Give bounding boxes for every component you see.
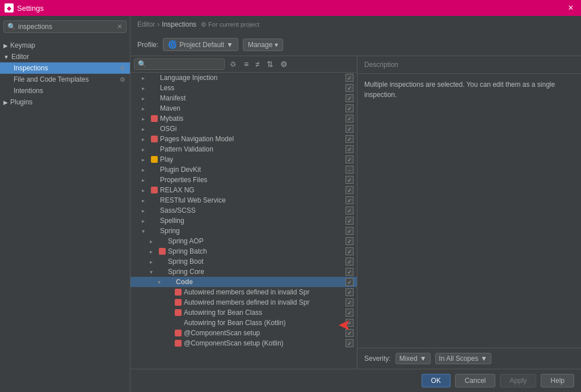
toolbar-search-input[interactable] bbox=[149, 60, 211, 68]
inspection-item-label: Code bbox=[176, 278, 343, 286]
settings-icon[interactable]: ⚙ bbox=[278, 58, 290, 70]
description-spacer bbox=[357, 217, 581, 348]
description-panel: Description Multiple inspections are sel… bbox=[357, 56, 581, 369]
inspection-checkbox[interactable]: ✓ bbox=[346, 217, 353, 225]
inspection-checkbox[interactable]: ✓ bbox=[346, 74, 353, 82]
help-button[interactable]: Help bbox=[541, 374, 574, 387]
expand-arrow: ▸ bbox=[150, 248, 158, 255]
inspection-checkbox[interactable]: ✓ bbox=[346, 329, 353, 337]
inspection-checkbox[interactable]: ✓ bbox=[346, 319, 353, 327]
manage-button[interactable]: Manage ▾ bbox=[243, 39, 283, 51]
severity-select[interactable]: Mixed ▼ bbox=[395, 353, 431, 364]
sidebar-item-plugins[interactable]: ▶ Plugins bbox=[0, 96, 130, 108]
inspection-checkbox[interactable]: ✓ bbox=[346, 94, 353, 102]
severity-dot bbox=[159, 248, 166, 255]
inspection-item-maven[interactable]: ▸Maven✓ bbox=[130, 103, 357, 113]
inspection-checkbox[interactable]: ✓ bbox=[346, 135, 353, 143]
inspection-item-spring[interactable]: ▾Spring✓ bbox=[130, 226, 357, 236]
severity-dot bbox=[175, 289, 182, 296]
inspection-checkbox[interactable]: ✓ bbox=[346, 278, 353, 286]
inspection-checkbox[interactable]: ✓ bbox=[346, 145, 353, 153]
sidebar-item-intentions[interactable]: Intentions bbox=[0, 85, 130, 96]
inspection-checkbox[interactable]: ✓ bbox=[346, 268, 353, 276]
inspection-item-label: RESTful Web Service bbox=[160, 196, 343, 204]
inspection-item-code[interactable]: ▾Code✓ bbox=[130, 277, 357, 287]
cancel-button[interactable]: Cancel bbox=[455, 374, 495, 387]
apply-button[interactable]: Apply bbox=[500, 374, 536, 387]
inspection-item-spelling[interactable]: ▸Spelling✓ bbox=[130, 216, 357, 226]
inspection-item-less[interactable]: ▸Less✓ bbox=[130, 83, 357, 93]
inspection-checkbox[interactable]: ✓ bbox=[346, 288, 353, 296]
sidebar-item-inspections[interactable]: Inspections ⚙ bbox=[0, 62, 130, 74]
inspection-checkbox[interactable]: ✓ bbox=[346, 339, 353, 347]
inspection-item-component-scan-kotlin[interactable]: @ComponentScan setup (Kotlin)✓ bbox=[130, 338, 357, 348]
inspection-item-pattern-val[interactable]: ▸Pattern Validation✓ bbox=[130, 144, 357, 154]
inspection-checkbox[interactable]: ✓ bbox=[346, 176, 353, 184]
inspection-checkbox[interactable]: ✓ bbox=[346, 237, 353, 245]
inspection-item-autowired-2[interactable]: Autowired members defined in invalid Spr… bbox=[130, 297, 357, 307]
inspection-checkbox[interactable]: ✓ bbox=[346, 247, 353, 255]
filter-icon[interactable]: ⛭ bbox=[227, 58, 239, 70]
inspection-checkbox[interactable]: ✓ bbox=[346, 258, 353, 265]
search-clear-icon[interactable]: ✕ bbox=[117, 23, 123, 31]
inspection-checkbox[interactable]: ✓ bbox=[346, 104, 353, 112]
collapse-all-icon[interactable]: ≠ bbox=[253, 58, 262, 70]
inspection-item-osgi[interactable]: ▸OSGi✓ bbox=[130, 124, 357, 134]
scope-value: In All Scopes bbox=[439, 355, 478, 363]
inspection-item-autowiring-bean-kotlin[interactable]: Autowiring for Bean Class (Kotlin)✓ bbox=[130, 318, 357, 328]
inspection-item-sass-scss[interactable]: ▸Sass/SCSS✓ bbox=[130, 205, 357, 216]
severity-label: Severity: bbox=[364, 355, 391, 363]
inspection-checkbox[interactable]: ✓ bbox=[346, 115, 353, 123]
inspection-item-pages-nav[interactable]: ▸Pages Navigation Model✓ bbox=[130, 134, 357, 144]
toolbar-search-box[interactable]: 🔍 bbox=[134, 58, 225, 70]
inspection-item-relax-ng[interactable]: ▸RELAX NG✓ bbox=[130, 185, 357, 195]
inspection-item-label: OSGi bbox=[160, 125, 343, 133]
inspection-item-label: @ComponentScan setup bbox=[184, 329, 343, 337]
severity-row: Severity: Mixed ▼ In All Scopes ▼ bbox=[357, 348, 581, 369]
inspection-item-properties-files[interactable]: ▸Properties Files✓ bbox=[130, 175, 357, 185]
sidebar-search-box[interactable]: 🔍 ✕ bbox=[3, 20, 127, 33]
close-button[interactable]: × bbox=[565, 2, 576, 14]
inspection-item-play[interactable]: ▸Play✓ bbox=[130, 154, 357, 165]
sidebar-item-keymap[interactable]: ▶ Keymap bbox=[0, 40, 130, 51]
inspection-checkbox[interactable]: ✓ bbox=[346, 298, 353, 306]
profile-select[interactable]: 🌀 Project Default ▼ bbox=[163, 38, 238, 51]
inspection-item-mybatis[interactable]: ▸Mybatis✓ bbox=[130, 113, 357, 124]
inspection-item-spring-boot[interactable]: ▸Spring Boot✓ bbox=[130, 256, 357, 267]
inspection-checkbox[interactable]: ✓ bbox=[346, 186, 353, 194]
inspection-checkbox[interactable]: ✓ bbox=[346, 196, 353, 204]
inspection-item-label: Mybatis bbox=[160, 115, 343, 123]
sidebar-item-file-code-templates[interactable]: File and Code Templates ⚙ bbox=[0, 74, 130, 85]
inspection-item-plugin-devkit[interactable]: ▸Plugin DevKit– bbox=[130, 165, 357, 175]
inspection-checkbox[interactable]: – bbox=[346, 166, 353, 174]
inspection-item-spring-core[interactable]: ▾Spring Core✓ bbox=[130, 267, 357, 277]
inspection-item-autowiring-bean[interactable]: Autowiring for Bean Class✓ bbox=[130, 307, 357, 318]
sidebar-item-editor[interactable]: ▼ Editor bbox=[0, 51, 130, 62]
expand-arrow: ▸ bbox=[142, 167, 150, 173]
inspection-item-label: Pages Navigation Model bbox=[160, 135, 343, 143]
sidebar-search-input[interactable] bbox=[18, 23, 117, 31]
inspection-item-spring-aop[interactable]: ▸Spring AOP✓ bbox=[130, 236, 357, 246]
ok-button[interactable]: OK bbox=[422, 374, 451, 387]
scope-select[interactable]: In All Scopes ▼ bbox=[435, 353, 491, 364]
inspection-item-spring-batch[interactable]: ▸Spring Batch✓ bbox=[130, 246, 357, 256]
expand-arrow: ▸ bbox=[142, 157, 150, 163]
inspection-checkbox[interactable]: ✓ bbox=[346, 206, 353, 214]
severity-dot bbox=[151, 187, 158, 193]
chevron-icon: ▼ bbox=[3, 54, 9, 60]
sort-icon[interactable]: ⇅ bbox=[264, 58, 276, 70]
expand-all-icon[interactable]: ≡ bbox=[242, 58, 251, 70]
sidebar-tree: ▶ Keymap ▼ Editor Inspections ⚙ File and… bbox=[0, 37, 130, 392]
inspection-item-label: Less bbox=[160, 84, 343, 92]
inspection-checkbox[interactable]: ✓ bbox=[346, 227, 353, 235]
inspection-item-manifest[interactable]: ▸Manifest✓ bbox=[130, 93, 357, 103]
inspection-checkbox[interactable]: ✓ bbox=[346, 125, 353, 133]
inspection-checkbox[interactable]: ✓ bbox=[346, 155, 353, 163]
inspection-item-component-scan[interactable]: @ComponentScan setup✓ bbox=[130, 328, 357, 338]
inspection-item-lang-injection[interactable]: ▸Language Injection✓ bbox=[130, 73, 357, 83]
inspection-checkbox[interactable]: ✓ bbox=[346, 309, 353, 317]
inspection-checkbox[interactable]: ✓ bbox=[346, 84, 353, 92]
expand-arrow: ▾ bbox=[150, 269, 158, 275]
inspection-item-restful[interactable]: ▸RESTful Web Service✓ bbox=[130, 195, 357, 205]
inspection-item-autowired-1[interactable]: Autowired members defined in invalid Spr… bbox=[130, 287, 357, 297]
